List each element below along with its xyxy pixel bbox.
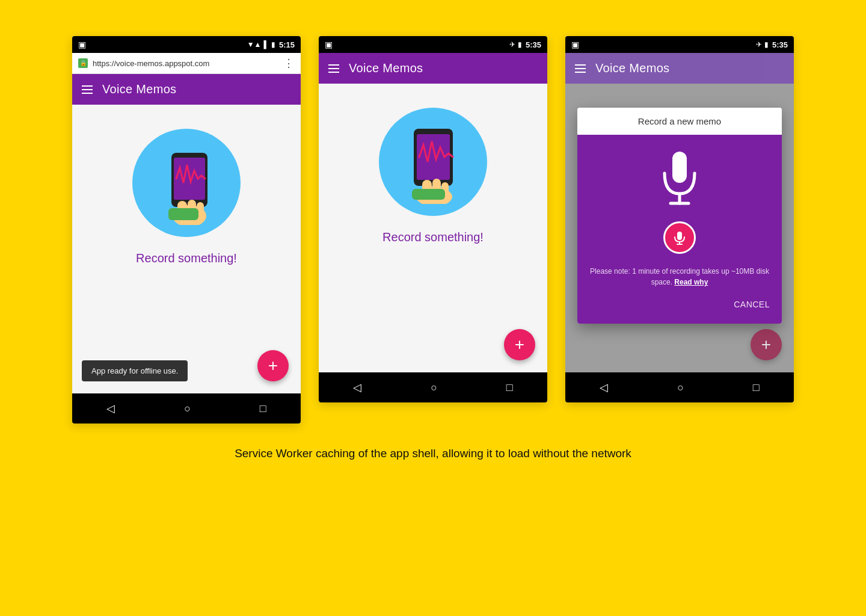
mic-small-icon [672,230,687,245]
record-label-2: Record something! [382,230,484,244]
status-icons-3: ✈ ▮ [756,40,769,49]
phone-body-3: Record a new memo [565,84,794,372]
microphone-svg [656,147,704,207]
wifi-icon: ▼▲ [247,40,262,49]
app-bar-1: Voice Memos [72,74,301,105]
recent-button-2[interactable]: □ [506,381,513,394]
hero-image-1 [132,129,241,237]
nav-bar-3: ◁ ○ □ [565,372,794,402]
hand-phone-svg-1 [144,141,229,225]
mic-icon-large [656,147,704,209]
time-2: 5:35 [526,40,541,49]
app-title-1: Voice Memos [102,82,176,96]
dialog-header: Record a new memo [577,108,782,135]
phone-body-1: Record something! App ready for offline … [72,105,301,393]
snackbar-1: App ready for offline use. [82,360,188,381]
lock-icon: 🔒 [78,58,88,68]
airplane-icon: ✈ [509,40,515,49]
hamburger-menu-3 [575,64,586,73]
record-button[interactable] [663,221,696,254]
phone-body-2: Record something! + [319,84,547,372]
phone-1: ▣ ▼▲ ▌ ▮ 5:15 🔒 https://voice-memos.apps… [72,36,301,424]
page-caption: Service Worker caching of the app shell,… [235,445,631,463]
status-icons-2: ✈ ▮ [509,40,522,49]
sim-icon-3: ▣ [571,40,579,49]
app-bar-2: Voice Memos [319,53,547,84]
home-button-3[interactable]: ○ [677,381,684,394]
record-label-1: Record something! [136,251,237,265]
app-bar-3: Voice Memos [565,53,794,84]
battery-icon-3: ▮ [764,40,769,49]
back-button-2[interactable]: ◁ [353,381,361,394]
hamburger-menu-2[interactable] [328,64,339,73]
status-bar-3: ▣ ✈ ▮ 5:35 [565,36,794,53]
status-bar-1: ▣ ▼▲ ▌ ▮ 5:15 [72,36,301,53]
nav-bar-1: ◁ ○ □ [72,393,301,424]
read-why-link[interactable]: Read why [674,278,708,286]
app-title-2: Voice Memos [349,61,423,75]
home-button-1[interactable]: ○ [184,402,191,415]
back-button-1[interactable]: ◁ [106,402,115,415]
app-title-3: Voice Memos [595,61,669,75]
svg-rect-13 [412,189,445,200]
dialog-note: Please note: 1 minute of recording takes… [589,266,770,288]
nav-bar-2: ◁ ○ □ [319,372,547,402]
dialog-body: Please note: 1 minute of recording takes… [577,135,782,324]
hero-image-2 [379,108,487,216]
record-dialog: Record a new memo [577,108,782,324]
fab-1[interactable]: + [257,350,289,381]
cancel-button[interactable]: CANCEL [734,297,770,312]
status-bar-2: ▣ ✈ ▮ 5:35 [319,36,547,53]
home-button-2[interactable]: ○ [431,381,437,394]
signal-icon: ▌ [263,40,269,49]
hand-phone-svg-2 [391,120,475,204]
battery-icon-2: ▮ [518,40,522,49]
phone-3: ▣ ✈ ▮ 5:35 Voice Memos Record a new memo [565,36,794,402]
phones-container: ▣ ▼▲ ▌ ▮ 5:15 🔒 https://voice-memos.apps… [72,36,794,424]
menu-dots[interactable]: ⋮ [283,57,295,70]
airplane-icon-3: ✈ [756,40,762,49]
url-bar[interactable]: 🔒 https://voice-memos.appspot.com ⋮ [72,53,301,74]
svg-rect-20 [677,232,682,240]
recent-button-1[interactable]: □ [260,402,266,415]
fab-2[interactable]: + [504,329,535,360]
time-3: 5:35 [772,40,788,49]
phone-2: ▣ ✈ ▮ 5:35 Voice Memos [319,36,547,402]
time-1: 5:15 [279,40,295,49]
svg-rect-6 [168,208,198,220]
url-text: https://voice-memos.appspot.com [93,59,278,68]
recent-button-3[interactable]: □ [753,381,760,394]
sim-icon: ▣ [78,40,86,49]
svg-rect-14 [672,152,687,183]
fab-3: + [751,329,782,360]
sim-icon-2: ▣ [325,40,333,49]
battery-icon: ▮ [271,40,275,49]
hamburger-menu-1[interactable] [82,85,93,94]
back-button-3[interactable]: ◁ [600,381,608,394]
status-icons-1: ▼▲ ▌ ▮ [247,40,275,49]
dialog-title: Record a new memo [638,116,721,126]
